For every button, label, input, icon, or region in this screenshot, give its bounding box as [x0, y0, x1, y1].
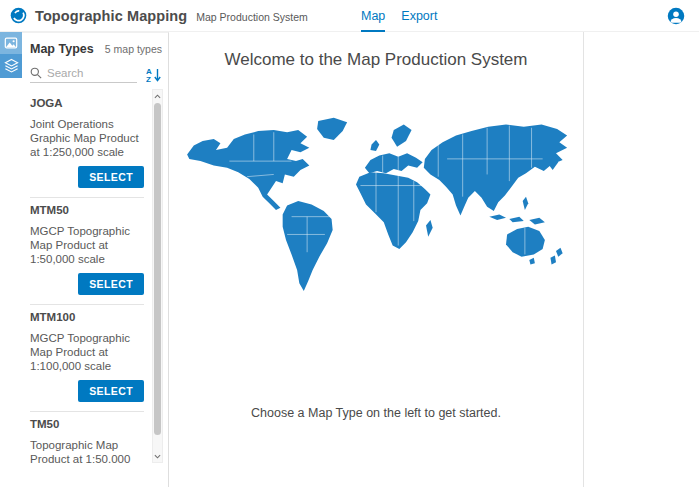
map-type-name: MTM50 — [30, 204, 144, 216]
scroll-up-arrow[interactable] — [153, 90, 162, 102]
map-type-item: JOGA Joint Operations Graphic Map Produc… — [30, 91, 144, 198]
app-title: Topographic Mapping — [35, 8, 187, 24]
map-type-description: Topographic Map Product at 1:50,000 scal… — [30, 438, 144, 463]
map-types-count: 5 map types — [105, 43, 162, 55]
map-type-description: MGCP Topographic Map Product at 1:50,000… — [30, 224, 144, 266]
search-box[interactable] — [30, 67, 137, 83]
select-button[interactable]: SELECT — [78, 380, 144, 402]
sort-az-icon: A Z — [146, 66, 162, 83]
map-type-list: JOGA Joint Operations Graphic Map Produc… — [22, 87, 168, 463]
sort-az-button[interactable]: A Z — [146, 66, 162, 83]
map-type-description: Joint Operations Graphic Map Product at … — [30, 117, 144, 159]
panel-header: Map Types 5 map types — [22, 33, 168, 56]
map-types-panel: Map Types 5 map types A Z — [22, 32, 169, 487]
tool-strip — [0, 32, 22, 78]
layers-icon — [4, 58, 19, 73]
map-type-item: MTM50 MGCP Topographic Map Product at 1:… — [30, 198, 144, 305]
globe-logo-icon — [10, 7, 27, 24]
header-tabs: Map Export — [361, 0, 437, 32]
map-type-item: MTM100 MGCP Topographic Map Product at 1… — [30, 305, 144, 412]
map-types-tool-button[interactable] — [0, 32, 22, 54]
svg-text:Z: Z — [146, 75, 151, 83]
tab-export[interactable]: Export — [401, 0, 437, 32]
world-continents — [187, 118, 567, 291]
sidebar-scrollbar[interactable] — [152, 89, 163, 463]
tab-map[interactable]: Map — [361, 0, 385, 32]
layers-tool-button[interactable] — [0, 54, 22, 76]
map-tool-icon — [4, 36, 18, 50]
scrollbar-thumb[interactable] — [154, 103, 161, 435]
map-type-name: JOGA — [30, 97, 144, 109]
app-header: Topographic Mapping Map Production Syste… — [0, 0, 699, 32]
get-started-hint: Choose a Map Type on the left to get sta… — [169, 406, 583, 420]
map-type-name: TM50 — [30, 418, 144, 430]
app-subtitle: Map Production System — [196, 9, 307, 23]
panel-title: Map Types — [30, 42, 94, 56]
user-avatar-icon[interactable] — [667, 7, 685, 25]
scroll-down-arrow[interactable] — [153, 450, 162, 462]
map-type-description: MGCP Topographic Map Product at 1:100,00… — [30, 331, 144, 373]
search-icon — [30, 67, 42, 79]
map-type-name: MTM100 — [30, 311, 144, 323]
world-map-image — [169, 110, 583, 314]
welcome-heading: Welcome to the Map Production System — [169, 50, 583, 70]
select-button[interactable]: SELECT — [78, 273, 144, 295]
select-button[interactable]: SELECT — [78, 166, 144, 188]
app-window: Topographic Mapping Map Production Syste… — [0, 0, 699, 487]
search-input[interactable] — [47, 67, 137, 79]
map-type-item: TM50 Topographic Map Product at 1:50,000… — [30, 412, 144, 463]
welcome-panel: Welcome to the Map Production System — [169, 32, 584, 487]
search-row: A Z — [22, 56, 168, 83]
